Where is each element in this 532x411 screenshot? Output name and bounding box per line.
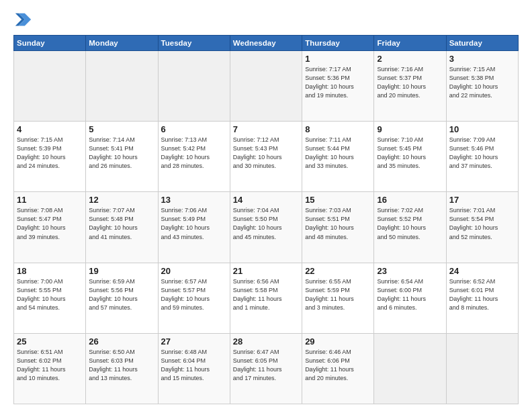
day-number: 4 xyxy=(17,124,83,134)
calendar-cell: 22Sunrise: 6:55 AM Sunset: 5:59 PM Dayli… xyxy=(302,263,374,333)
day-number: 9 xyxy=(377,124,443,134)
day-number: 18 xyxy=(17,266,83,276)
day-info: Sunrise: 6:57 AM Sunset: 5:57 PM Dayligh… xyxy=(161,277,227,312)
calendar-cell xyxy=(446,333,518,404)
day-number: 11 xyxy=(17,195,83,205)
calendar-cell xyxy=(158,51,230,122)
day-info: Sunrise: 7:10 AM Sunset: 5:45 PM Dayligh… xyxy=(377,136,443,171)
weekday-header-saturday: Saturday xyxy=(446,36,518,51)
calendar-cell: 25Sunrise: 6:51 AM Sunset: 6:02 PM Dayli… xyxy=(14,333,86,404)
day-info: Sunrise: 7:11 AM Sunset: 5:44 PM Dayligh… xyxy=(305,136,371,171)
weekday-header-friday: Friday xyxy=(374,36,446,51)
calendar-cell: 28Sunrise: 6:47 AM Sunset: 6:05 PM Dayli… xyxy=(230,333,302,404)
calendar-cell: 16Sunrise: 7:02 AM Sunset: 5:52 PM Dayli… xyxy=(374,192,446,263)
day-number: 1 xyxy=(305,54,371,64)
weekday-header-row: SundayMondayTuesdayWednesdayThursdayFrid… xyxy=(14,36,519,51)
day-number: 5 xyxy=(89,124,154,134)
day-info: Sunrise: 7:13 AM Sunset: 5:42 PM Dayligh… xyxy=(161,136,227,171)
day-info: Sunrise: 7:16 AM Sunset: 5:37 PM Dayligh… xyxy=(377,65,443,100)
weekday-header-thursday: Thursday xyxy=(302,36,374,51)
day-info: Sunrise: 7:02 AM Sunset: 5:52 PM Dayligh… xyxy=(377,206,443,241)
calendar-cell: 24Sunrise: 6:52 AM Sunset: 6:01 PM Dayli… xyxy=(446,263,518,333)
weekday-header-tuesday: Tuesday xyxy=(158,36,230,51)
header xyxy=(13,11,519,30)
day-number: 24 xyxy=(449,266,515,276)
day-info: Sunrise: 7:04 AM Sunset: 5:50 PM Dayligh… xyxy=(233,206,299,241)
calendar-cell xyxy=(14,51,86,122)
calendar-cell: 26Sunrise: 6:50 AM Sunset: 6:03 PM Dayli… xyxy=(86,333,158,404)
day-number: 6 xyxy=(161,124,227,134)
calendar-cell: 20Sunrise: 6:57 AM Sunset: 5:57 PM Dayli… xyxy=(158,263,230,333)
calendar-week-2: 4Sunrise: 7:15 AM Sunset: 5:39 PM Daylig… xyxy=(14,122,519,192)
calendar-cell: 21Sunrise: 6:56 AM Sunset: 5:58 PM Dayli… xyxy=(230,263,302,333)
day-info: Sunrise: 7:09 AM Sunset: 5:46 PM Dayligh… xyxy=(449,136,515,171)
day-info: Sunrise: 6:56 AM Sunset: 5:58 PM Dayligh… xyxy=(233,277,299,312)
day-info: Sunrise: 7:08 AM Sunset: 5:47 PM Dayligh… xyxy=(17,206,83,241)
day-number: 25 xyxy=(17,336,83,347)
day-info: Sunrise: 6:52 AM Sunset: 6:01 PM Dayligh… xyxy=(449,277,515,312)
calendar-cell: 11Sunrise: 7:08 AM Sunset: 5:47 PM Dayli… xyxy=(14,192,86,263)
day-info: Sunrise: 6:51 AM Sunset: 6:02 PM Dayligh… xyxy=(17,348,83,383)
day-info: Sunrise: 7:14 AM Sunset: 5:41 PM Dayligh… xyxy=(89,136,154,171)
calendar-cell: 7Sunrise: 7:12 AM Sunset: 5:43 PM Daylig… xyxy=(230,122,302,192)
day-info: Sunrise: 7:03 AM Sunset: 5:51 PM Dayligh… xyxy=(305,206,371,241)
weekday-header-sunday: Sunday xyxy=(14,36,86,51)
calendar-cell: 5Sunrise: 7:14 AM Sunset: 5:41 PM Daylig… xyxy=(86,122,158,192)
calendar-week-1: 1Sunrise: 7:17 AM Sunset: 5:36 PM Daylig… xyxy=(14,51,519,122)
calendar-cell: 13Sunrise: 7:06 AM Sunset: 5:49 PM Dayli… xyxy=(158,192,230,263)
day-number: 22 xyxy=(305,266,371,276)
day-number: 23 xyxy=(377,266,443,276)
day-info: Sunrise: 7:12 AM Sunset: 5:43 PM Dayligh… xyxy=(233,136,299,171)
calendar-cell xyxy=(230,51,302,122)
calendar-cell: 4Sunrise: 7:15 AM Sunset: 5:39 PM Daylig… xyxy=(14,122,86,192)
day-number: 7 xyxy=(233,124,299,134)
calendar-cell: 10Sunrise: 7:09 AM Sunset: 5:46 PM Dayli… xyxy=(446,122,518,192)
calendar-cell: 3Sunrise: 7:15 AM Sunset: 5:38 PM Daylig… xyxy=(446,51,518,122)
calendar-cell: 9Sunrise: 7:10 AM Sunset: 5:45 PM Daylig… xyxy=(374,122,446,192)
calendar-cell: 1Sunrise: 7:17 AM Sunset: 5:36 PM Daylig… xyxy=(302,51,374,122)
svg-marker-0 xyxy=(18,13,31,26)
calendar-week-3: 11Sunrise: 7:08 AM Sunset: 5:47 PM Dayli… xyxy=(14,192,519,263)
day-info: Sunrise: 7:07 AM Sunset: 5:48 PM Dayligh… xyxy=(89,206,154,241)
calendar-cell: 8Sunrise: 7:11 AM Sunset: 5:44 PM Daylig… xyxy=(302,122,374,192)
day-number: 27 xyxy=(161,336,227,347)
calendar-cell: 12Sunrise: 7:07 AM Sunset: 5:48 PM Dayli… xyxy=(86,192,158,263)
day-number: 16 xyxy=(377,195,443,205)
calendar-cell: 15Sunrise: 7:03 AM Sunset: 5:51 PM Dayli… xyxy=(302,192,374,263)
calendar-cell: 2Sunrise: 7:16 AM Sunset: 5:37 PM Daylig… xyxy=(374,51,446,122)
day-info: Sunrise: 7:06 AM Sunset: 5:49 PM Dayligh… xyxy=(161,206,227,241)
calendar-week-5: 25Sunrise: 6:51 AM Sunset: 6:02 PM Dayli… xyxy=(14,333,519,404)
calendar-cell: 27Sunrise: 6:48 AM Sunset: 6:04 PM Dayli… xyxy=(158,333,230,404)
day-number: 28 xyxy=(233,336,299,347)
day-number: 26 xyxy=(89,336,154,347)
calendar-cell: 6Sunrise: 7:13 AM Sunset: 5:42 PM Daylig… xyxy=(158,122,230,192)
day-number: 14 xyxy=(233,195,299,205)
calendar-table: SundayMondayTuesdayWednesdayThursdayFrid… xyxy=(13,35,519,404)
day-number: 19 xyxy=(89,266,154,276)
day-number: 15 xyxy=(305,195,371,205)
day-info: Sunrise: 6:46 AM Sunset: 6:06 PM Dayligh… xyxy=(305,348,371,383)
day-number: 10 xyxy=(449,124,515,134)
day-number: 20 xyxy=(161,266,227,276)
day-number: 29 xyxy=(305,336,371,347)
weekday-header-wednesday: Wednesday xyxy=(230,36,302,51)
day-number: 17 xyxy=(449,195,515,205)
logo-icon xyxy=(13,11,32,30)
day-number: 21 xyxy=(233,266,299,276)
day-number: 12 xyxy=(89,195,154,205)
day-info: Sunrise: 6:59 AM Sunset: 5:56 PM Dayligh… xyxy=(89,277,154,312)
calendar-cell: 18Sunrise: 7:00 AM Sunset: 5:55 PM Dayli… xyxy=(14,263,86,333)
day-info: Sunrise: 6:54 AM Sunset: 6:00 PM Dayligh… xyxy=(377,277,443,312)
day-number: 8 xyxy=(305,124,371,134)
weekday-header-monday: Monday xyxy=(86,36,158,51)
day-info: Sunrise: 7:00 AM Sunset: 5:55 PM Dayligh… xyxy=(17,277,83,312)
calendar-cell xyxy=(374,333,446,404)
day-info: Sunrise: 7:17 AM Sunset: 5:36 PM Dayligh… xyxy=(305,65,371,100)
calendar-cell: 14Sunrise: 7:04 AM Sunset: 5:50 PM Dayli… xyxy=(230,192,302,263)
day-info: Sunrise: 6:55 AM Sunset: 5:59 PM Dayligh… xyxy=(305,277,371,312)
day-info: Sunrise: 6:47 AM Sunset: 6:05 PM Dayligh… xyxy=(233,348,299,383)
calendar-cell xyxy=(86,51,158,122)
day-info: Sunrise: 6:48 AM Sunset: 6:04 PM Dayligh… xyxy=(161,348,227,383)
calendar-cell: 19Sunrise: 6:59 AM Sunset: 5:56 PM Dayli… xyxy=(86,263,158,333)
day-number: 2 xyxy=(377,54,443,64)
